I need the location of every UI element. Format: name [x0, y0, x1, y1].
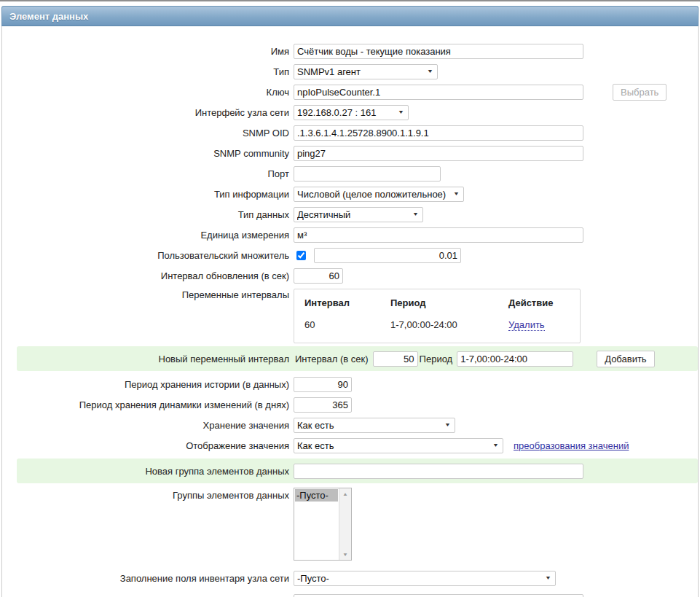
flexible-intervals-table: Интервал Период Действие 60 1-7,00:00-24…	[294, 289, 581, 343]
data-type-label: Тип данных	[2, 209, 294, 220]
show-value-label: Отображение значения	[2, 440, 294, 451]
row-applications: Группы элементов данных -Пусто- ▲ ▼	[2, 486, 698, 563]
snmp-oid-label: SNMP OID	[2, 128, 294, 138]
info-type-select[interactable]: Числовой (целое положительное)	[294, 187, 464, 202]
multiplier-input[interactable]	[314, 248, 461, 263]
delete-interval-link[interactable]: Удалить	[508, 319, 545, 331]
table-row: 60 1-7,00:00-24:00 Удалить	[304, 317, 580, 332]
item-form-widget: Элемент данных Имя Тип SNMPv1 агент ▼	[1, 6, 699, 597]
row-port: Порт	[2, 163, 698, 184]
top-divider	[0, 0, 700, 1]
row-history: Период хранения истории (в данных)	[2, 374, 698, 394]
row-type: Тип SNMPv1 агент ▼	[2, 61, 698, 82]
name-input[interactable]	[294, 44, 583, 59]
snmp-community-input[interactable]	[294, 146, 583, 161]
row-interface: Интерфейс узла сети 192.168.0.27 : 161 ▼	[2, 102, 698, 122]
port-input[interactable]	[294, 166, 441, 182]
snmp-community-label: SNMP community	[2, 148, 294, 159]
row-update-interval: Интервал обновления (в сек)	[2, 265, 698, 286]
key-input[interactable]	[294, 85, 583, 100]
next-partial-input[interactable]	[294, 594, 583, 597]
multiplier-checkbox[interactable]	[296, 251, 306, 260]
flexible-intervals-label: Переменные интервалы	[2, 286, 294, 300]
interval-cell: 60	[304, 317, 390, 332]
name-label: Имя	[2, 46, 294, 57]
applications-label: Группы элементов данных	[2, 486, 294, 501]
trends-input[interactable]	[294, 397, 352, 413]
update-interval-input[interactable]	[294, 268, 343, 284]
row-show-value: Отображение значения Как есть ▼ преобраз…	[2, 435, 698, 456]
row-inventory-field: Заполнение поля инвентаря узла сети -Пус…	[2, 568, 698, 588]
port-label: Порт	[2, 168, 294, 179]
new-interval-seconds-label: Интервал (в сек)	[295, 354, 369, 364]
key-label: Ключ	[2, 87, 294, 98]
units-label: Единица измерения	[2, 230, 294, 241]
row-name: Имя	[2, 41, 698, 61]
new-interval-input[interactable]	[373, 351, 418, 367]
value-mapping-link[interactable]: преобразования значений	[514, 440, 629, 451]
widget-header: Элемент данных	[1, 6, 699, 26]
row-flexible-intervals: Переменные интервалы Интервал Период Дей…	[2, 286, 698, 343]
inventory-field-select[interactable]: -Пусто-	[294, 571, 556, 586]
add-interval-button[interactable]: Добавить	[597, 351, 654, 367]
inventory-field-label: Заполнение поля инвентаря узла сети	[2, 573, 294, 584]
show-value-select[interactable]: Как есть	[294, 438, 503, 453]
row-trends: Период хранения динамики изменений (в дн…	[2, 394, 698, 415]
col-action: Действие	[508, 295, 580, 317]
col-interval: Интервал	[304, 295, 390, 317]
new-interval-period-input[interactable]	[457, 351, 573, 367]
new-application-input[interactable]	[294, 464, 583, 479]
interface-label: Интерфейс узла сети	[2, 107, 294, 118]
applications-listbox[interactable]: -Пусто- ▲ ▼	[294, 488, 352, 561]
store-value-label: Хранение значения	[2, 420, 294, 431]
row-key: Ключ Выбрать	[2, 82, 698, 102]
store-value-select[interactable]: Как есть	[294, 418, 455, 433]
row-multiplier: Пользовательский множитель	[2, 245, 698, 265]
history-input[interactable]	[294, 377, 352, 392]
next-partial-label	[2, 594, 294, 597]
type-label: Тип	[2, 66, 294, 77]
row-snmp-community: SNMP community	[2, 143, 698, 163]
scroll-down-icon[interactable]: ▼	[342, 552, 348, 557]
history-label: Период хранения истории (в данных)	[2, 379, 294, 390]
row-snmp-oid: SNMP OID	[2, 122, 698, 143]
row-new-interval: Новый переменный интервал Интервал (в се…	[17, 346, 698, 371]
trends-label: Период хранения динамики изменений (в дн…	[2, 399, 294, 410]
multiplier-label: Пользовательский множитель	[2, 250, 294, 261]
scroll-up-icon[interactable]: ▲	[342, 491, 348, 496]
page-title: Элемент данных	[2, 7, 698, 22]
info-type-label: Тип информации	[2, 189, 294, 200]
new-application-label: Новая группа элементов данных	[17, 466, 294, 477]
interface-select[interactable]: 192.168.0.27 : 161	[294, 105, 409, 120]
type-select[interactable]: SNMPv1 агент	[294, 64, 438, 79]
row-store-value: Хранение значения Как есть ▼	[2, 415, 698, 435]
listbox-option-empty[interactable]: -Пусто-	[295, 489, 338, 502]
flexible-intervals-header: Интервал Период Действие	[304, 295, 580, 317]
row-info-type: Тип информации Числовой (целое положител…	[2, 184, 698, 204]
period-cell: 1-7,00:00-24:00	[390, 317, 508, 332]
row-units: Единица измерения	[2, 225, 698, 245]
row-new-application: Новая группа элементов данных	[17, 459, 698, 483]
new-interval-period-label: Период	[420, 354, 453, 364]
col-period: Период	[390, 295, 508, 317]
snmp-oid-input[interactable]	[294, 125, 583, 141]
listbox-scrollbar[interactable]: ▲ ▼	[339, 488, 351, 560]
select-key-button[interactable]: Выбрать	[613, 84, 666, 101]
row-data-type: Тип данных Десятичный ▼	[2, 204, 698, 225]
data-type-select[interactable]: Десятичный	[294, 207, 423, 222]
units-input[interactable]	[294, 227, 583, 243]
new-interval-label: Новый переменный интервал	[17, 354, 294, 364]
item-form: Имя Тип SNMPv1 агент ▼ Ключ Выбра	[1, 26, 699, 597]
update-interval-label: Интервал обновления (в сек)	[2, 270, 294, 281]
row-next-partial	[2, 594, 698, 597]
